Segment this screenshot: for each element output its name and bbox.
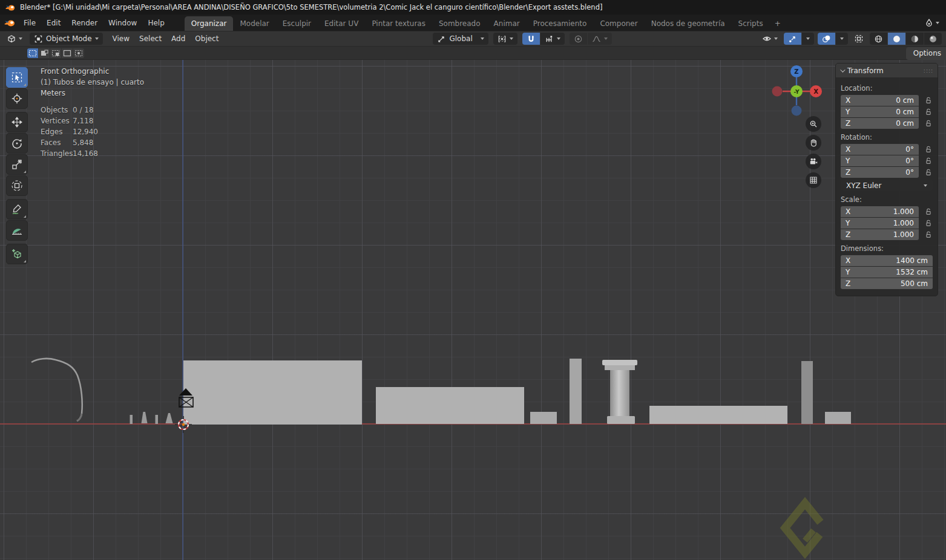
mesh-object-wire-curve[interactable] (31, 359, 82, 421)
tab-componer[interactable]: Componer (593, 16, 644, 31)
shading-material-button[interactable] (906, 33, 924, 45)
blender-menu-icon[interactable] (4, 18, 16, 28)
zoom-button[interactable] (806, 116, 821, 132)
menu-object[interactable]: Object (190, 33, 223, 45)
select-set-button[interactable] (27, 48, 38, 58)
shading-solid-button[interactable] (888, 33, 905, 45)
tool-measure[interactable] (6, 220, 28, 241)
tab-sombreado[interactable]: Sombreado (432, 16, 487, 31)
tab-editar-uv[interactable]: Editar UV (318, 16, 365, 31)
location-z-field[interactable]: Z0 cm (841, 118, 919, 129)
tab-organizar[interactable]: Organizar (185, 16, 234, 31)
tab-procesamiento[interactable]: Procesamiento (527, 16, 594, 31)
lock-rotation-z[interactable] (919, 168, 933, 177)
editor-type-selector[interactable] (4, 33, 25, 45)
tool-select-box[interactable] (6, 67, 28, 88)
tool-annotate[interactable] (6, 199, 28, 220)
tool-add-cube[interactable] (6, 244, 28, 264)
mesh-object-test-tube-4[interactable] (166, 413, 173, 423)
add-workspace-button[interactable]: + (770, 16, 786, 31)
menu-add[interactable]: Add (166, 33, 190, 45)
tab-animar[interactable]: Animar (487, 16, 527, 31)
menu-view[interactable]: View (108, 33, 134, 45)
lock-scale-x[interactable] (919, 207, 933, 216)
options-button[interactable]: Options (906, 47, 946, 60)
overlays-settings[interactable] (836, 33, 848, 45)
lock-rotation-y[interactable] (919, 157, 933, 165)
gizmos-toggle[interactable] (784, 33, 801, 45)
pivot-point-selector[interactable] (493, 33, 517, 45)
mesh-object-box-medium[interactable] (376, 387, 524, 424)
proportional-falloff[interactable] (588, 33, 612, 45)
scene-display-button[interactable] (921, 17, 942, 29)
tool-cursor[interactable] (6, 88, 28, 109)
tab-modelar[interactable]: Modelar (233, 16, 275, 31)
rotation-mode-dropdown[interactable]: XYZ Euler (841, 180, 933, 191)
overlays-toggle[interactable] (818, 33, 835, 45)
select-invert-button[interactable] (73, 48, 84, 58)
transform-panel-header[interactable]: Transform :::: (836, 63, 938, 77)
tab-nodos-geometria[interactable]: Nodos de geometría (645, 16, 732, 31)
snap-settings[interactable] (540, 33, 565, 45)
menu-select[interactable]: Select (134, 33, 166, 45)
viewport-3d[interactable]: Z X -Y Front Orthographic (1) Tubos de e… (0, 60, 946, 560)
scale-x-field[interactable]: X1.000 (841, 206, 919, 217)
pan-button[interactable] (806, 135, 821, 151)
select-subtract-button[interactable] (62, 48, 73, 58)
panel-grip-icon[interactable]: :::: (924, 68, 933, 74)
lock-scale-z[interactable] (919, 230, 933, 239)
menu-render[interactable]: Render (66, 16, 103, 30)
mesh-object-test-tube-2[interactable] (142, 412, 148, 423)
tab-esculpir[interactable]: Esculpir (276, 16, 318, 31)
menu-edit[interactable]: Edit (41, 16, 66, 30)
tab-scripts[interactable]: Scripts (732, 16, 770, 31)
location-y-field[interactable]: Y0 cm (841, 106, 919, 117)
gizmo-axis-neg-z[interactable] (792, 106, 802, 116)
xray-toggle[interactable] (852, 33, 866, 45)
perspective-toggle-button[interactable] (806, 172, 821, 188)
scale-y-field[interactable]: Y1.000 (841, 218, 919, 229)
mesh-object-test-tube-1[interactable] (130, 415, 133, 424)
mesh-object-column[interactable] (602, 360, 637, 424)
mesh-object-box-small-2[interactable] (825, 412, 851, 424)
snap-toggle[interactable] (522, 33, 540, 45)
mesh-object-box-small-1[interactable] (530, 412, 557, 424)
tab-pintar-texturas[interactable]: Pintar texturas (365, 16, 432, 31)
lock-location-z[interactable] (919, 119, 933, 128)
mesh-object-wire-curve-end[interactable] (77, 414, 82, 421)
mode-selector[interactable]: Object Mode (30, 33, 103, 45)
dimensions-x-field[interactable]: X1400 cm (841, 255, 933, 266)
visibility-popover[interactable] (760, 33, 780, 45)
rotation-z-field[interactable]: Z0° (841, 167, 919, 178)
mesh-object-box-large[interactable] (183, 360, 362, 425)
shading-rendered-button[interactable] (924, 33, 942, 45)
navigation-gizmo[interactable]: Z X -Y (772, 65, 823, 116)
dimensions-z-field[interactable]: Z500 cm (841, 278, 933, 289)
lock-location-y[interactable] (919, 108, 933, 116)
tool-transform[interactable] (6, 175, 28, 196)
camera-view-button[interactable] (806, 154, 821, 169)
mesh-object-pillar-1[interactable] (570, 359, 582, 424)
tool-move[interactable] (6, 112, 28, 132)
rotation-x-field[interactable]: X0° (841, 144, 919, 155)
lock-location-x[interactable] (919, 96, 933, 105)
transform-orientation-selector[interactable]: Global (433, 33, 488, 45)
tool-rotate[interactable] (6, 133, 28, 154)
menu-file[interactable]: File (18, 16, 41, 30)
rotation-y-field[interactable]: Y0° (841, 155, 919, 166)
lock-scale-y[interactable] (919, 219, 933, 227)
location-x-field[interactable]: X0 cm (841, 95, 919, 106)
mesh-object-pillar-2[interactable] (801, 361, 813, 424)
gizmo-axis-neg-x[interactable] (772, 86, 783, 97)
shading-wireframe-button[interactable] (870, 33, 887, 45)
mesh-object-box-wide[interactable] (649, 406, 787, 424)
mesh-object-test-tube-3[interactable] (156, 415, 159, 424)
scale-z-field[interactable]: Z1.000 (841, 229, 919, 240)
dimensions-y-field[interactable]: Y1532 cm (841, 267, 933, 278)
select-extend-button[interactable] (39, 48, 50, 58)
select-add-button[interactable] (50, 48, 61, 58)
lock-rotation-x[interactable] (919, 145, 933, 154)
gizmos-settings[interactable] (802, 33, 814, 45)
proportional-edit-toggle[interactable] (570, 33, 587, 45)
menu-window[interactable]: Window (103, 16, 142, 30)
